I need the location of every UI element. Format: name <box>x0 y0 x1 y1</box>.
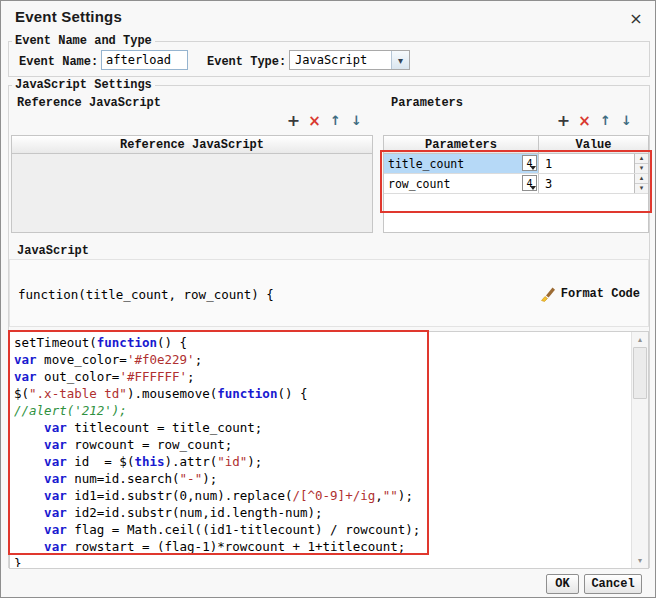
event-type-select[interactable]: JavaScript ▾ <box>289 50 410 70</box>
parameter-value-cell[interactable]: 3▴▾ <box>539 174 648 193</box>
event-name-label: Event Name: <box>19 55 98 69</box>
code-line: var move_color='#f0e229'; <box>14 351 630 368</box>
function-signature-panel: function(title_count, row_count) { Forma… <box>9 259 649 327</box>
parameter-row[interactable]: row_count43▴▾ <box>384 174 648 194</box>
code-line: setTimeout(function() { <box>14 334 630 351</box>
value-column-header: Value <box>539 136 648 153</box>
code-line: var id = $(this).attr("id"); <box>14 453 630 470</box>
parameter-name: row_count <box>388 177 450 191</box>
paintbrush-icon <box>540 286 556 302</box>
add-icon[interactable]: + <box>553 111 574 130</box>
chevron-down-icon[interactable]: ▾ <box>391 51 409 69</box>
close-icon[interactable]: × <box>623 5 649 31</box>
code-line: var titlecount = title_count; <box>14 419 630 436</box>
format-code-button[interactable]: Format Code <box>536 282 644 306</box>
dialog-title: Event Settings <box>15 8 122 25</box>
parameter-value: 3 <box>545 177 552 191</box>
parameter-name-cell[interactable]: title_count4 <box>384 154 539 173</box>
parameter-name: title_count <box>388 157 464 171</box>
spinner-down-icon[interactable]: ▾ <box>635 184 648 193</box>
code-line: var rowstart = (flag-1)*rowcount + 1+tit… <box>14 538 630 555</box>
parameters-table-body: title_count41▴▾row_count43▴▾ <box>384 154 648 194</box>
vertical-scrollbar[interactable]: ▴ ▾ <box>631 332 648 568</box>
parameter-value: 1 <box>545 157 552 171</box>
spinner-up-icon[interactable]: ▴ <box>635 154 648 164</box>
code-line: var out_color='#FFFFFF'; <box>14 368 630 385</box>
parameters-column-header: Parameters <box>384 136 539 153</box>
javascript-label: JavaScript <box>17 244 89 258</box>
parameters-table-header-row: Parameters Value <box>384 136 648 154</box>
function-signature: function(title_count, row_count) { <box>18 287 274 302</box>
parameter-type-dropdown[interactable]: 4 <box>522 155 537 171</box>
chevron-down-icon <box>530 166 536 170</box>
event-name-value: afterload <box>106 53 171 67</box>
event-settings-dialog: Event Settings × Event Name and Type Eve… <box>0 0 656 598</box>
scrollbar-thumb[interactable] <box>633 347 647 399</box>
code-line: //alert('212'); <box>14 402 630 419</box>
chevron-down-icon <box>530 186 536 190</box>
spinner-up-icon[interactable]: ▴ <box>635 174 648 184</box>
parameter-value-cell[interactable]: 1▴▾ <box>539 154 648 173</box>
code-line: var id2=id.substr(num,id.length-num); <box>14 504 630 521</box>
cancel-button[interactable]: Cancel <box>584 574 642 594</box>
code-line: $(".x-table td").mousemove(function() { <box>14 385 630 402</box>
spinner-down-icon[interactable]: ▾ <box>635 164 648 173</box>
event-name-input[interactable]: afterload <box>101 50 188 70</box>
format-code-label: Format Code <box>561 287 640 301</box>
parameters-table: Parameters Value title_count41▴▾row_coun… <box>383 135 649 233</box>
code-line: var num=id.search("-"); <box>14 470 630 487</box>
parameters-label: Parameters <box>391 96 463 110</box>
delete-icon[interactable]: × <box>304 111 325 130</box>
add-icon[interactable]: + <box>283 111 304 130</box>
code-line: var id1=id.substr(0,num).replace(/[^0-9]… <box>14 487 630 504</box>
javascript-settings-group-label: JavaScript Settings <box>12 78 155 92</box>
code-line: var rowcount = row_count; <box>14 436 630 453</box>
reference-javascript-label: Reference JavaScript <box>17 96 161 110</box>
code-editor[interactable]: setTimeout(function() {var move_color='#… <box>9 331 649 569</box>
reference-table-body[interactable] <box>12 154 372 232</box>
ok-button[interactable]: OK <box>546 574 579 594</box>
parameter-name-cell[interactable]: row_count4 <box>384 174 539 193</box>
scroll-down-icon[interactable]: ▾ <box>632 553 648 568</box>
event-type-label: Event Type: <box>207 55 286 69</box>
event-group-label: Event Name and Type <box>12 34 155 48</box>
reference-table-header: Reference JavaScript <box>12 136 372 154</box>
move-up-icon[interactable]: ↑ <box>595 111 616 130</box>
parameter-type-dropdown[interactable]: 4 <box>522 175 537 191</box>
parameters-toolbar: + × ↑ ↓ <box>553 111 637 130</box>
code-line: var flag = Math.ceil((id1-titlecount) / … <box>14 521 630 538</box>
move-up-icon[interactable]: ↑ <box>325 111 346 130</box>
scroll-up-icon[interactable]: ▴ <box>632 332 648 347</box>
reference-javascript-table: Reference JavaScript <box>11 135 373 233</box>
parameter-row[interactable]: title_count41▴▾ <box>384 154 648 174</box>
move-down-icon[interactable]: ↓ <box>346 111 367 130</box>
value-spinner[interactable]: ▴▾ <box>634 174 648 193</box>
code-editor-content[interactable]: setTimeout(function() {var move_color='#… <box>14 334 630 567</box>
code-line: } <box>14 555 630 567</box>
move-down-icon[interactable]: ↓ <box>616 111 637 130</box>
value-spinner[interactable]: ▴▾ <box>634 154 648 173</box>
event-type-value: JavaScript <box>290 53 391 67</box>
reference-toolbar: + × ↑ ↓ <box>283 111 367 130</box>
delete-icon[interactable]: × <box>574 111 595 130</box>
